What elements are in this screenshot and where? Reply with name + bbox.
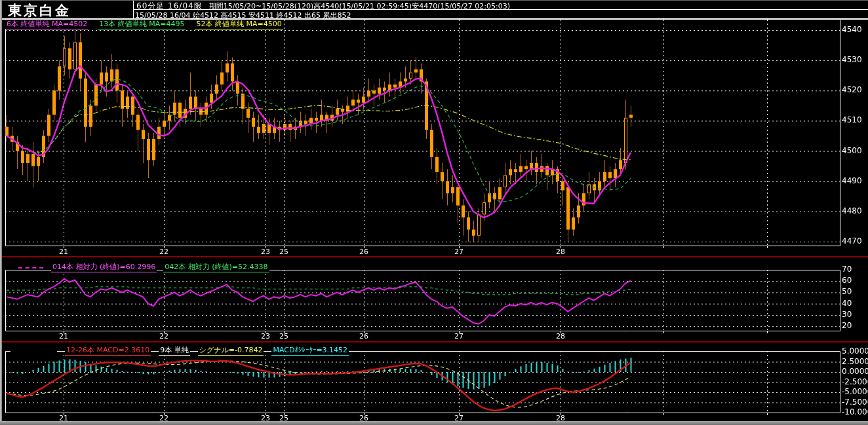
date-label: 21 (59, 248, 68, 256)
ma-legend: 6本 終値単純 MA=450213本 終値単純 MA=449552本 終値単純 … (5, 20, 283, 29)
macd-axis-label: -7.5000 (842, 398, 868, 407)
macd-legend-item-2: シグナル=-0.7842 (198, 346, 264, 356)
price-axis-label: 4520 (842, 86, 862, 94)
instrument-title: 東京白金 (8, 1, 71, 20)
price-axis-label: 4510 (842, 116, 862, 124)
macd-legend-item-0: 12-26本 MACD=2.3610 (65, 346, 151, 356)
date-label: 28 (556, 248, 565, 256)
price-axis-label: 4470 (842, 237, 862, 246)
price-axis-label: 4490 (842, 177, 862, 185)
price-axis-label: 4500 (842, 147, 862, 155)
macd-legend: MACD (終値) 12-26本 MACD=2.36109本 単純シグナル=-0… (10, 346, 349, 356)
date-label: 27 (454, 332, 464, 341)
macd-axis-label: -10.000 (842, 408, 868, 416)
chart-canvas[interactable] (0, 0, 868, 425)
rsi-axis-label: 20 (842, 322, 852, 330)
window-border-left (0, 0, 2, 425)
chart-app-window: 東京白金 60分足 16/04限期間15/05/20~15/05/28(120)… (0, 0, 868, 425)
date-label: 25 (279, 248, 288, 256)
date-label: 26 (359, 248, 368, 256)
date-label: 23 (261, 332, 270, 341)
rsi-axis-label: 30 (842, 310, 852, 319)
price-axis-label: 4530 (842, 56, 862, 64)
macd-axis-label: -5.0000 (842, 388, 868, 396)
ma-legend-item-2: 52本 終値単純 MA=4500 (195, 20, 283, 29)
rsi-line-sample (18, 267, 43, 268)
macd-axis-label: 2.5000 (842, 358, 868, 366)
date-label: 23 (261, 248, 270, 256)
pane-separator-2 (0, 341, 868, 342)
ma-legend-item-1: 13本 終値単純 MA=4495 (98, 20, 186, 29)
window-border-bottom (0, 421, 868, 425)
date-label: 28 (556, 332, 565, 341)
rsi-axis-label: 60 (842, 276, 852, 285)
rsi-legend: 014本 相対力 (終値)=60.2996042本 相対力 (終値)=52.43… (18, 263, 269, 272)
price-axis-label: 4540 (842, 26, 862, 34)
rsi-legend-item-1: 042本 相対力 (終値)=52.4338 (163, 263, 269, 272)
date-label: 25 (279, 332, 288, 341)
macd-legend-title: MACD (終値) (10, 346, 57, 355)
date-label: 22 (159, 332, 168, 341)
macd-legend-item-1: 9本 単純 (159, 346, 190, 356)
date-label: 26 (359, 332, 368, 341)
macd-axis-label: 5.0000 (842, 347, 868, 356)
window-border-top (0, 0, 868, 1)
macd-axis-label: -2.5000 (842, 378, 868, 386)
price-axis-label: 4480 (842, 207, 862, 215)
rsi-axis-label: 70 (842, 265, 852, 274)
date-label: 21 (59, 332, 68, 341)
rsi-axis-label: 50 (842, 287, 852, 296)
macd-legend-item-3: MACDｵｼﾚｰﾀｰ=3.1452 (271, 346, 349, 356)
ma-legend-item-0: 6本 終値単純 MA=4502 (5, 20, 89, 29)
rsi-axis-label: 40 (842, 299, 852, 308)
header-divider-horizontal (133, 9, 868, 10)
macd-axis-label: 0.0000 (842, 367, 868, 376)
pane-separator-1 (0, 256, 868, 257)
rsi-legend-item-0: 014本 相対力 (終値)=60.2996 (51, 263, 157, 272)
date-label: 22 (159, 248, 168, 256)
date-label: 27 (454, 248, 464, 256)
